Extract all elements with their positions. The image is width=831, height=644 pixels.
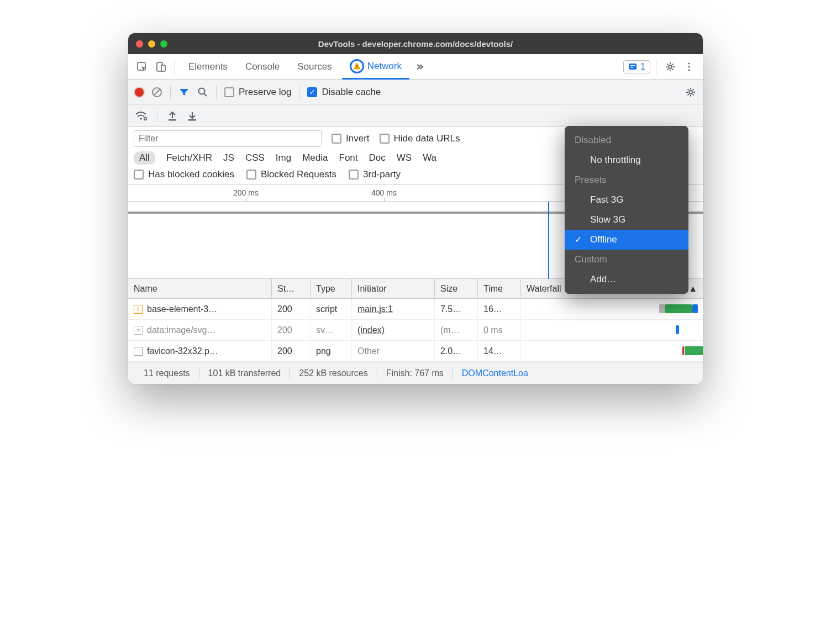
request-initiator[interactable]: (index)	[357, 325, 385, 335]
devtools-tabbar: Elements Console Sources Network 1	[128, 54, 703, 80]
request-initiator: Other	[357, 346, 380, 356]
throttling-option-slow-3g[interactable]: Slow 3G	[565, 210, 688, 230]
tab-console[interactable]: Console	[238, 54, 287, 79]
titlebar: DevTools - developer.chrome.com/docs/dev…	[128, 33, 703, 54]
status-transferred: 101 kB transferred	[199, 368, 291, 378]
clear-icon	[151, 87, 162, 98]
record-icon	[135, 88, 144, 97]
search-icon	[197, 87, 208, 98]
network-settings-icon[interactable]	[685, 87, 696, 98]
svg-rect-2	[161, 65, 165, 71]
request-initiator[interactable]: main.js:1	[357, 304, 393, 314]
waterfall-bar	[692, 304, 698, 313]
throttling-option-fast-3g[interactable]: Fast 3G	[565, 190, 688, 210]
tab-sources[interactable]: Sources	[290, 54, 339, 79]
hide-data-urls-checkbox[interactable]: Hide data URLs	[380, 133, 460, 144]
blocked-requests-checkbox[interactable]: Blocked Requests	[246, 169, 336, 180]
filter-toggle-button[interactable]	[178, 87, 190, 98]
table-row[interactable]: ▾ data:image/svg… 200 sv… (index) (m… 0 …	[128, 320, 703, 341]
invert-checkbox[interactable]: Invert	[332, 133, 370, 144]
svg-rect-6	[630, 65, 635, 66]
svg-point-17	[140, 118, 142, 120]
timeline-tick: 200 ms	[233, 188, 259, 197]
throttling-option-no-throttling[interactable]: No throttling	[565, 150, 688, 170]
svg-point-16	[689, 91, 692, 94]
domcontentloaded-marker	[548, 202, 549, 279]
svg-rect-19	[169, 119, 176, 121]
throttling-option-offline[interactable]: Offline	[565, 230, 688, 250]
divider	[216, 86, 217, 99]
col-type[interactable]: Type	[311, 279, 352, 298]
export-har-button[interactable]	[187, 110, 197, 122]
close-window-button[interactable]	[136, 40, 143, 47]
tab-label: Elements	[188, 61, 228, 72]
window-controls	[136, 40, 167, 47]
checkbox-icon	[349, 170, 359, 180]
filter-type-img[interactable]: Img	[276, 152, 291, 163]
table-row[interactable]: favicon-32x32.p… 200 png Other 2.0… 14…	[128, 341, 703, 362]
settings-icon[interactable]	[662, 59, 679, 75]
request-size: (m…	[435, 320, 478, 340]
filter-type-font[interactable]: Font	[339, 152, 358, 163]
filter-type-js[interactable]: JS	[223, 152, 234, 163]
tab-network[interactable]: Network	[342, 55, 409, 80]
clear-button[interactable]	[151, 87, 162, 98]
warning-icon	[350, 59, 364, 73]
wifi-icon	[135, 111, 147, 121]
svg-point-14	[199, 88, 205, 94]
blocked-cookies-checkbox[interactable]: Has blocked cookies	[134, 169, 234, 180]
filter-type-css[interactable]: CSS	[245, 152, 265, 163]
request-size: 7.5…	[435, 299, 478, 319]
filter-type-all[interactable]: All	[134, 151, 155, 165]
tab-elements[interactable]: Elements	[181, 54, 235, 79]
divider	[157, 110, 157, 122]
minimize-window-button[interactable]	[148, 40, 155, 47]
col-name[interactable]: Name	[128, 279, 272, 298]
filter-type-media[interactable]: Media	[302, 152, 328, 163]
filter-input[interactable]	[134, 130, 322, 147]
request-name: data:image/svg…	[147, 325, 216, 335]
col-size[interactable]: Size	[435, 279, 478, 298]
checkbox-icon: ✓	[307, 87, 317, 97]
col-status[interactable]: St…	[272, 279, 311, 298]
preserve-log-checkbox[interactable]: Preserve log	[224, 87, 291, 98]
import-har-button[interactable]	[167, 110, 177, 122]
table-row[interactable]: ◊ base-element-3… 200 script main.js:1 7…	[128, 299, 703, 320]
tab-label: Sources	[297, 61, 332, 72]
filter-type-doc[interactable]: Doc	[369, 152, 386, 163]
col-time[interactable]: Time	[478, 279, 521, 298]
maximize-window-button[interactable]	[160, 40, 167, 47]
filter-icon	[178, 87, 190, 98]
checkbox-label: Has blocked cookies	[148, 169, 234, 180]
svg-rect-4	[356, 67, 357, 68]
more-tabs-icon[interactable]	[412, 59, 428, 75]
inspect-element-icon[interactable]	[134, 59, 150, 75]
network-toolbar: Preserve log ✓ Disable cache	[128, 80, 703, 105]
col-initiator[interactable]: Initiator	[352, 279, 435, 298]
filter-type-ws[interactable]: WS	[397, 152, 412, 163]
script-file-icon: ◊	[134, 305, 143, 314]
request-type: script	[311, 299, 352, 319]
filter-type-wasm[interactable]: Wa	[423, 152, 436, 163]
record-button[interactable]	[135, 88, 144, 97]
status-domcontentloaded: DOMContentLoa	[453, 368, 537, 378]
device-toolbar-icon[interactable]	[152, 59, 169, 75]
disable-cache-checkbox[interactable]: ✓ Disable cache	[307, 87, 381, 98]
request-type: sv…	[311, 320, 352, 340]
throttling-option-add[interactable]: Add…	[565, 270, 688, 289]
checkbox-label: Preserve log	[239, 87, 291, 98]
search-button[interactable]	[197, 87, 208, 98]
filter-type-fetch-xhr[interactable]: Fetch/XHR	[166, 152, 212, 163]
waterfall-cell	[521, 320, 703, 340]
issues-button[interactable]: 1	[623, 60, 650, 73]
kebab-menu-icon[interactable]	[681, 59, 697, 75]
checkbox-icon	[224, 87, 234, 97]
issues-icon	[628, 62, 637, 71]
network-conditions-button[interactable]	[135, 111, 147, 121]
svg-file-icon: ▾	[134, 326, 143, 335]
checkbox-icon	[134, 170, 144, 180]
divider	[299, 86, 299, 99]
third-party-checkbox[interactable]: 3rd-party	[349, 169, 401, 180]
svg-line-13	[154, 89, 160, 96]
svg-rect-5	[629, 64, 637, 70]
